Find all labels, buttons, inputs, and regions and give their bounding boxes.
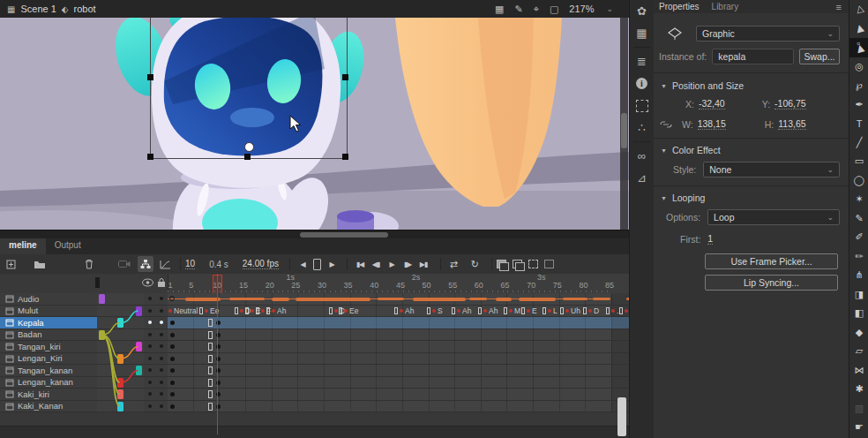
empty-keyframe-marker[interactable]	[208, 343, 213, 351]
layer-parent-cell[interactable]	[97, 329, 144, 342]
layer-visibility-lock-cell[interactable]	[144, 353, 168, 366]
onion-skin-outlines-button[interactable]	[513, 260, 522, 268]
keyframe-dot[interactable]	[170, 321, 175, 325]
empty-keyframe-marker[interactable]	[208, 366, 213, 374]
layer-parent-cell[interactable]	[97, 317, 144, 329]
layer-parent-cell[interactable]	[97, 365, 144, 377]
frame-rate-field[interactable]: 24.00 fps	[243, 259, 279, 269]
visibility-dot[interactable]	[148, 309, 152, 313]
play-button[interactable]: ▶	[384, 256, 400, 272]
lock-icon[interactable]	[157, 277, 166, 288]
lip-sync-keyframe[interactable]: Ah	[266, 306, 286, 317]
visibility-dot[interactable]	[148, 357, 152, 360]
loop-playback-button[interactable]: ↻	[467, 256, 483, 272]
lock-dot[interactable]	[160, 357, 163, 360]
lip-sync-keyframe[interactable]: M	[504, 306, 520, 317]
fluid-brush-tool[interactable]: ✏	[849, 247, 868, 267]
align-icon[interactable]: ≣	[630, 50, 654, 72]
layer-parent-cell[interactable]	[97, 389, 144, 401]
bone-tool[interactable]: ⋔	[849, 266, 868, 285]
layer-parent-swatch[interactable]	[99, 330, 105, 340]
keyframe-dot[interactable]	[170, 357, 175, 361]
empty-keyframe-marker[interactable]	[208, 331, 213, 339]
transform-handle-right[interactable]	[342, 74, 348, 80]
layer-parent-cell[interactable]	[97, 401, 144, 413]
scene-breadcrumb[interactable]: Scene 1	[20, 4, 56, 14]
visibility-dot[interactable]	[148, 321, 152, 324]
transform-handle-bottom-left[interactable]	[147, 154, 153, 160]
symbol-type-dropdown[interactable]: Graphic ⌄	[696, 26, 840, 42]
layer-frames-tangan_kiri[interactable]	[168, 341, 629, 353]
new-folder-button[interactable]	[32, 256, 48, 272]
free-transform-tool[interactable]: ▶▫	[849, 38, 868, 57]
lock-dot[interactable]	[160, 404, 163, 408]
layer-visibility-lock-cell[interactable]	[144, 329, 168, 342]
line-tool[interactable]: ╱	[849, 133, 868, 153]
selection-tool[interactable]: ▷	[849, 0, 868, 19]
layer-visibility-lock-cell[interactable]	[144, 317, 168, 329]
edit-scene-button[interactable]: ▦	[495, 4, 504, 15]
layer-parent-cell[interactable]	[97, 341, 144, 353]
triangle-down-icon[interactable]: ▼	[661, 147, 667, 154]
layer-parent-swatch[interactable]	[99, 294, 105, 304]
transform-handle-bottom-center[interactable]	[244, 154, 251, 160]
layer-visibility-lock-cell[interactable]	[144, 306, 168, 318]
swap-button[interactable]: Swap...	[799, 49, 840, 64]
layer-frames-kaki_kiri[interactable]	[168, 389, 629, 401]
lip-sync-keyframe[interactable]: Ah	[452, 306, 471, 317]
new-layer-button[interactable]	[4, 256, 19, 272]
keyframe-dot[interactable]	[170, 392, 175, 396]
go-to-last-frame-button[interactable]: ▶▮	[415, 256, 431, 272]
edit-symbols-button[interactable]: ✎	[514, 4, 522, 15]
layer-name[interactable]: Kepala	[0, 317, 97, 329]
lock-dot[interactable]	[160, 297, 163, 300]
layer-visibility-lock-cell[interactable]	[144, 389, 168, 401]
zoom-level-dropdown[interactable]: 217% ⌄	[569, 4, 613, 14]
layer-frames-audio[interactable]	[168, 293, 629, 306]
tab-output[interactable]: Output	[46, 238, 90, 254]
modify-markers-button[interactable]	[544, 260, 554, 268]
keyframe-dot[interactable]	[170, 333, 175, 337]
edit-multiple-frames-button[interactable]	[528, 260, 538, 268]
triangle-down-icon[interactable]: ▼	[661, 83, 667, 89]
lip-sync-keyframe[interactable]: Neutral	[168, 306, 198, 317]
rig-mapping-tool[interactable]: ▥	[849, 399, 868, 419]
lock-dot[interactable]	[160, 333, 163, 336]
lip-sync-keyframe[interactable]: S	[427, 306, 443, 317]
layer-parent-cell[interactable]	[97, 306, 144, 318]
layer-row-kepala[interactable]: Kepala	[0, 317, 629, 329]
lock-dot[interactable]	[160, 321, 163, 324]
step-back-button[interactable]: ◀	[295, 256, 311, 272]
empty-keyframe-marker[interactable]	[208, 390, 213, 398]
asset-warp-tool[interactable]: ✱	[849, 380, 868, 399]
h-value[interactable]: 113,65	[778, 118, 805, 130]
layer-name[interactable]: Tangan_kiri	[0, 341, 97, 353]
step-back-one-frame-button[interactable]: ◀▮	[368, 256, 384, 272]
layer-parent-swatch[interactable]	[136, 342, 142, 351]
visibility-dot[interactable]	[148, 392, 152, 396]
visibility-dot[interactable]	[148, 344, 152, 348]
empty-keyframe-marker[interactable]	[208, 319, 213, 327]
empty-keyframe-marker[interactable]	[208, 355, 213, 363]
selection-bounding-box[interactable]	[150, 18, 348, 159]
subselection-tool[interactable]: ▶	[849, 19, 868, 39]
transform-handle-left[interactable]	[147, 74, 153, 80]
layer-frames-lengan_kiri[interactable]	[168, 353, 629, 366]
timeline-vertical-scrollbar[interactable]	[617, 397, 626, 436]
layer-parent-swatch[interactable]	[117, 389, 123, 399]
eraser-tool[interactable]: ▱	[849, 342, 868, 361]
center-playhead-button[interactable]: ⇄	[445, 256, 461, 272]
keyframe-dot[interactable]	[170, 404, 175, 409]
paint-bucket-tool[interactable]: ◨	[849, 285, 868, 305]
layer-row-mulut[interactable]: MulutNeutralEeDEFAhDEeAhSAhAhMELUhD..S	[0, 306, 629, 318]
empty-keyframe-marker[interactable]	[208, 379, 213, 387]
style-dropdown[interactable]: None ⌄	[703, 162, 840, 177]
layer-visibility-lock-cell[interactable]	[144, 293, 168, 306]
transform-icon[interactable]	[630, 94, 654, 117]
polystar-tool[interactable]: ✶	[849, 190, 868, 209]
layer-parent-swatch[interactable]	[136, 366, 142, 375]
tab-meline[interactable]: meline	[0, 238, 46, 254]
graph-editor-button[interactable]	[157, 256, 173, 272]
layer-visibility-lock-cell[interactable]	[144, 377, 168, 389]
step-forward-button[interactable]: ▶	[324, 256, 340, 272]
